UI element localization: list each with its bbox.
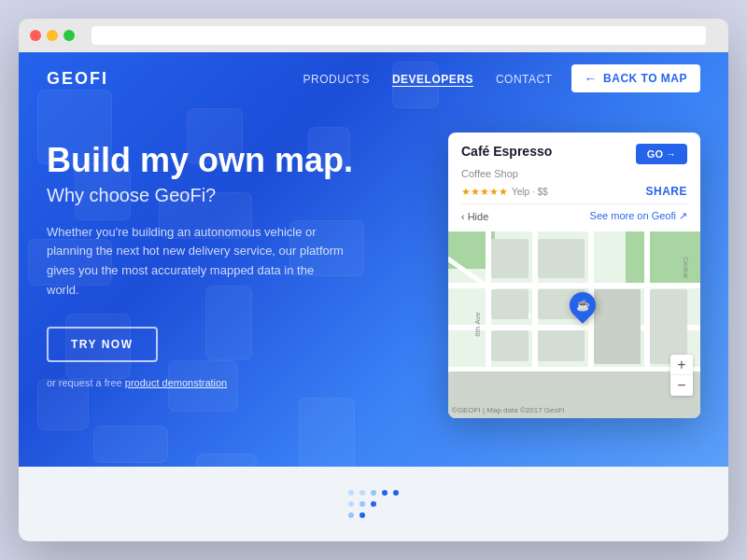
place-name: Café Espresso [461,144,552,159]
dot [348,490,354,496]
dot [359,501,365,507]
dots-row-1 [348,490,399,496]
map-card: Café Espresso GO → Coffee Shop ★★★★★ Yel… [448,133,700,418]
share-button[interactable]: SHARE [645,185,687,198]
place-type: Coffee Shop [461,168,687,179]
dot [359,512,365,518]
nav-item-developers[interactable]: DEVELOPERS [392,70,473,87]
logo: GEOFI [47,69,303,89]
dot [371,490,376,496]
back-arrow-icon: ← [585,71,599,86]
stars-row: ★★★★★ Yelp · $$ [461,186,548,198]
hero-description: Whether you're building an autonomous ve… [47,223,345,301]
dot [348,501,354,507]
dot [382,490,388,496]
hero-text: Build my own map. Why choose GeoFi? Whet… [47,133,430,418]
dot [393,490,399,496]
browser-window: GEOFI PRODUCTS DEVELOPERS CONTACT ← BACK… [19,19,728,541]
chevron-left-icon: ‹ [461,211,465,222]
main-page: GEOFI PRODUCTS DEVELOPERS CONTACT ← BACK… [19,52,728,541]
zoom-out-button[interactable]: − [670,375,693,396]
nav-item-products[interactable]: PRODUCTS [303,70,370,87]
place-popup: Café Espresso GO → Coffee Shop ★★★★★ Yel… [448,133,700,231]
free-demo-text: or request a free product demonstration [47,377,430,388]
pin-body: ☕ [564,287,601,324]
dots-pattern [348,490,399,518]
dot [348,512,354,518]
hero-section: Build my own map. Why choose GeoFi? Whet… [19,105,728,418]
map-watermark: ©GEOFI | Map data ©2017 GeoFi [452,406,565,414]
zoom-in-button[interactable]: + [670,355,693,375]
see-more-link[interactable]: See more on Geofi ↗ [590,210,687,222]
popup-footer: ‹ Hide See more on Geofi ↗ [461,203,687,224]
star-rating: ★★★★★ [461,186,508,198]
map-pin: ☕ [570,292,596,318]
nav-links: PRODUCTS DEVELOPERS CONTACT [303,70,553,87]
bottom-section [19,467,728,541]
minimize-traffic-light[interactable] [47,30,58,41]
maximize-traffic-light[interactable] [63,30,75,41]
navigation: GEOFI PRODUCTS DEVELOPERS CONTACT ← BACK… [19,52,728,105]
browser-chrome [19,19,728,52]
review-source: Yelp · $$ [512,187,548,197]
nav-item-contact[interactable]: CONTACT [496,70,553,87]
dots-row-2 [348,501,399,507]
product-demo-link[interactable]: product demonstration [125,377,227,388]
dot [371,501,376,507]
address-bar[interactable] [92,26,706,45]
hero-title: Build my own map. [47,142,430,179]
try-now-button[interactable]: TRY NOW [47,327,158,362]
popup-top: Café Espresso GO → [461,144,687,164]
back-to-map-button[interactable]: ← BACK TO MAP [571,64,700,92]
pin-icon: ☕ [576,299,590,312]
popup-bottom: ★★★★★ Yelp · $$ SHARE [461,185,687,198]
map-visual: 6th Ave Central ☕ + − ©GEOFI | Map d [448,231,700,418]
close-traffic-light[interactable] [30,30,41,41]
hero-subtitle: Why choose GeoFi? [47,185,430,206]
dot [359,490,365,496]
map-controls: + − [670,355,693,396]
go-button[interactable]: GO → [636,144,687,164]
hide-button[interactable]: ‹ Hide [461,211,488,222]
dots-row-3 [348,512,399,518]
